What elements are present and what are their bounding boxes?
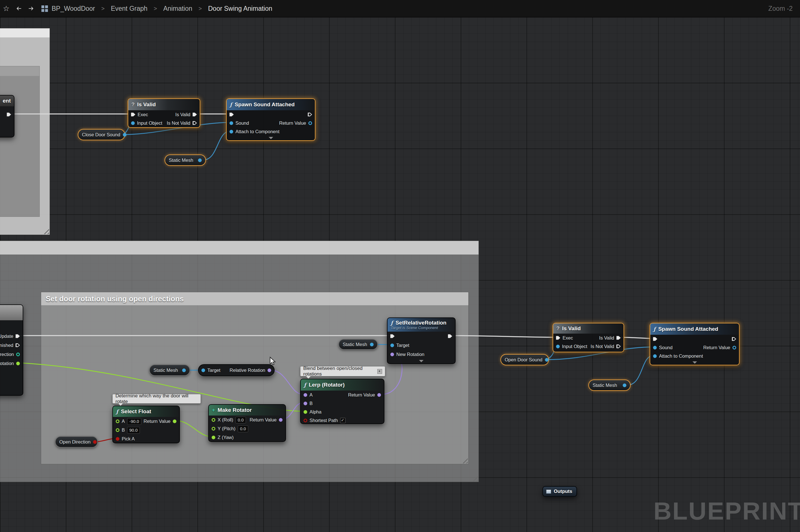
variable-close-door-sound[interactable]: Close Door Sound [78,129,125,140]
a-pin[interactable] [304,393,307,397]
node-spawn-sound-attached-right[interactable]: ƒ Spawn Sound Attached Sound Return Valu… [650,323,740,365]
node-header[interactable]: ƒ Spawn Sound Attached [227,99,315,110]
collapse-chevron-icon[interactable] [419,360,423,362]
favorite-star-icon[interactable]: ☆ [0,0,13,17]
node-header[interactable]: ent [0,96,14,106]
collapse-chevron-icon[interactable] [269,137,273,139]
direction-out-pin[interactable] [16,353,20,356]
node-header[interactable] [0,305,23,320]
x-roll-value-field[interactable]: 0.0 [235,417,246,423]
y-pitch-value-field[interactable]: 0.0 [238,425,248,432]
object-out-pin[interactable] [182,368,186,372]
is-valid-out-pin[interactable] [616,336,621,340]
node-select-float[interactable]: ƒ Select Float A-90.0 Return Value B90.0… [112,405,180,443]
b-pin[interactable] [116,428,120,432]
exec-out-pin[interactable] [732,337,736,341]
return-value-pin[interactable] [732,346,736,349]
node-is-valid-top[interactable]: ? Is Valid Exec Is Valid Input Object Is… [128,98,200,128]
sound-pin[interactable] [230,121,233,125]
node-header[interactable]: + Make Rotator [209,405,285,416]
variable-static-mesh-right[interactable]: Static Mesh [588,380,631,391]
object-out-pin[interactable] [123,133,127,137]
bubble-blend-rotations[interactable]: Blend between open/closed rotations [300,366,385,376]
exec-out-pin[interactable] [308,113,312,117]
return-value-pin[interactable] [279,418,283,422]
a-pin[interactable] [116,419,120,423]
exec-in-pin[interactable] [653,337,657,341]
object-out-pin[interactable] [623,383,626,387]
breadcrumb-item-door-swing[interactable]: Door Swing Animation [208,5,272,13]
b-value-field[interactable]: 90.0 [127,427,140,434]
return-value-pin[interactable] [377,393,381,397]
rotation-out-pin[interactable] [16,362,20,365]
is-not-valid-out-pin[interactable] [193,121,197,125]
relative-rotation-out-pin[interactable] [268,368,271,372]
shortest-path-pin[interactable] [304,419,307,422]
exec-in-pin[interactable] [131,113,135,117]
is-not-valid-out-pin[interactable] [616,344,621,349]
exec-out-pin[interactable] [7,113,11,117]
comment-header[interactable]: Set door rotation using open directions [41,292,468,305]
exec-in-pin[interactable] [230,113,234,117]
breadcrumb-item-event-graph[interactable]: Event Graph [111,5,147,13]
return-value-pin[interactable] [173,419,177,423]
return-value-pin[interactable] [308,121,312,125]
alpha-pin[interactable] [304,410,307,414]
node-outputs[interactable]: Outputs [542,486,577,497]
bool-out-pin[interactable] [93,440,97,444]
target-pin[interactable] [201,368,205,372]
node-header[interactable]: ƒSetRelativeRotation Target is Scene Com… [387,318,455,331]
variable-static-mesh-mid[interactable]: Static Mesh [339,339,378,350]
back-arrow-icon[interactable] [13,0,25,17]
is-valid-out-pin[interactable] [193,113,197,117]
exec-out-pin[interactable] [448,334,452,338]
node-make-rotator[interactable]: + Make Rotator X (Roll)0.0 Return Value … [208,404,286,442]
exec-in-pin[interactable] [390,334,395,338]
node-set-relative-rotation[interactable]: ƒSetRelativeRotation Target is Scene Com… [387,318,456,364]
a-value-field[interactable]: -90.0 [127,418,141,425]
variable-open-direction[interactable]: Open Direction [55,436,98,448]
node-header[interactable]: ƒ Select Float [113,406,179,417]
node-header[interactable]: ƒ Spawn Sound Attached [650,323,739,335]
object-out-pin[interactable] [370,343,374,346]
comment-box-top-left-inner[interactable] [0,66,40,217]
exec-in-pin[interactable] [556,336,560,340]
input-object-pin[interactable] [131,121,135,125]
b-pin[interactable] [304,402,307,405]
forward-arrow-icon[interactable] [25,0,37,17]
pin-icon[interactable] [377,369,382,374]
pick-a-pin[interactable] [116,437,120,441]
attach-to-component-pin[interactable] [653,354,657,358]
comment-header[interactable] [0,241,478,254]
attach-to-component-pin[interactable] [230,130,233,133]
node-spawn-sound-attached-top[interactable]: ƒ Spawn Sound Attached Sound Return Valu… [226,98,315,141]
node-lerp-rotator[interactable]: ƒ Lerp (Rotator) A Return Value B Alpha … [300,379,384,424]
y-pitch-pin[interactable] [212,427,215,431]
object-out-pin[interactable] [545,358,549,362]
bubble-determine-rotation[interactable]: Determine which way the door will rotate [112,394,201,404]
variable-static-mesh-low[interactable]: Static Mesh [149,364,190,376]
target-pin[interactable] [390,343,394,347]
node-header[interactable]: Outputs [543,487,577,496]
z-yaw-pin[interactable] [212,436,215,439]
node-get-relative-rotation-compact[interactable]: Target Relative Rotation [198,364,275,376]
finished-out-pin[interactable] [16,343,20,347]
shortest-path-checkbox[interactable] [340,418,346,423]
variable-static-mesh-top[interactable]: Static Mesh [165,154,206,166]
breadcrumb-item-animation[interactable]: Animation [163,5,192,13]
node-header[interactable]: ƒ Lerp (Rotator) [301,379,384,391]
x-roll-pin[interactable] [212,418,215,422]
breadcrumb-item-blueprint[interactable]: BP_WoodDoor [52,5,95,13]
sound-pin[interactable] [653,346,657,349]
node-header[interactable]: ? Is Valid [553,323,623,334]
variable-open-door-sound[interactable]: Open Door Sound [501,354,549,365]
object-out-pin[interactable] [198,158,202,162]
input-object-pin[interactable] [556,345,560,348]
collapse-chevron-icon[interactable] [692,361,697,364]
node-event-partial[interactable]: ent [0,95,15,137]
node-is-valid-right[interactable]: ? Is Valid Exec Is Valid Input Object Is… [552,323,624,352]
update-out-pin[interactable] [16,334,20,338]
comment-header[interactable] [0,28,50,37]
new-rotation-pin[interactable] [390,353,394,356]
comment-header[interactable] [0,66,39,76]
